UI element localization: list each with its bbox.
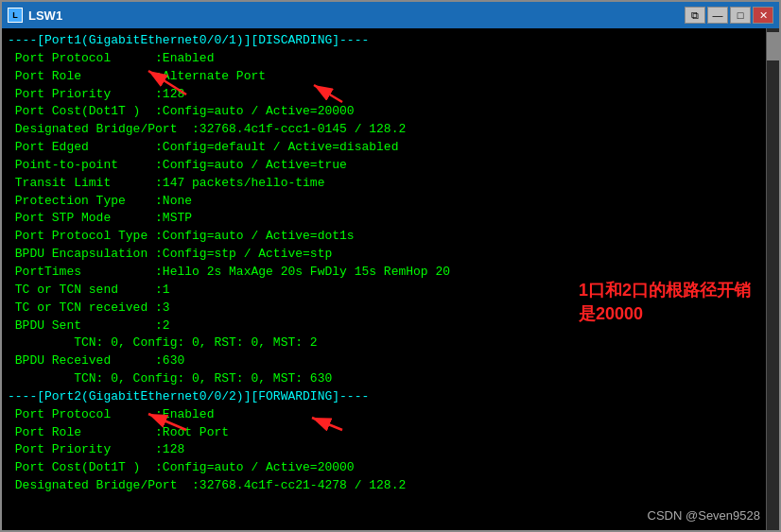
- terminal-line: Port Edged :Config=default / Active=disa…: [8, 139, 773, 157]
- terminal-line: Port Protocol :Enabled: [8, 50, 773, 68]
- window-icon: L: [8, 8, 23, 23]
- annotation-chinese-text: 1口和2口的根路径开销 是20000: [579, 279, 751, 326]
- terminal-line: Port Role :Alternate Port: [8, 68, 773, 86]
- terminal-line: Port Cost(Dot1T ) :Config=auto / Active=…: [8, 103, 773, 121]
- terminal-line: Protection Type :None: [8, 193, 773, 211]
- titlebar-left: L LSW1: [8, 8, 62, 23]
- terminal-area[interactable]: ----[Port1(GigabitEthernet0/0/1)][DISCAR…: [2, 28, 779, 530]
- csdn-watermark: CSDN @Seven9528: [648, 508, 760, 523]
- main-window: L LSW1 ⧉ — □ ✕ ----[Port1(GigabitEtherne…: [0, 0, 781, 532]
- terminal-line: Port Priority :128: [8, 441, 773, 459]
- terminal-line: BPDU Received :630: [8, 352, 773, 370]
- terminal-line: BPDU Encapsulation :Config=stp / Active=…: [8, 246, 773, 264]
- terminal-line: Port Role :Root Port: [8, 424, 773, 442]
- terminal-line: Designated Bridge/Port :32768.4c1f-cc21-…: [8, 477, 773, 495]
- terminal-line: Designated Bridge/Port :32768.4c1f-ccc1-…: [8, 121, 773, 139]
- scrollbar-thumb[interactable]: [767, 32, 779, 60]
- terminal-line: Port Priority :128: [8, 86, 773, 104]
- extra-btn[interactable]: ⧉: [685, 7, 705, 24]
- close-btn[interactable]: ✕: [753, 7, 773, 24]
- minimize-btn[interactable]: —: [707, 7, 728, 24]
- terminal-line: Port Protocol Type :Config=auto / Active…: [8, 228, 773, 246]
- titlebar: L LSW1 ⧉ — □ ✕: [2, 2, 779, 28]
- terminal-line: TCN: 0, Config: 0, RST: 0, MST: 2: [8, 335, 773, 352]
- terminal-line: Port Protocol :Enabled: [8, 406, 773, 424]
- terminal-line: Point-to-point :Config=auto / Active=tru…: [8, 157, 773, 175]
- titlebar-controls: ⧉ — □ ✕: [685, 7, 773, 24]
- scrollbar[interactable]: [766, 28, 779, 530]
- terminal-output: ----[Port1(GigabitEthernet0/0/1)][DISCAR…: [8, 32, 773, 495]
- terminal-line: Port Cost(Dot1T ) :Config=auto / Active=…: [8, 459, 773, 477]
- terminal-line: Port STP Mode :MSTP: [8, 210, 773, 228]
- restore-btn[interactable]: □: [730, 7, 751, 24]
- window-title: LSW1: [28, 9, 62, 23]
- terminal-line: ----[Port2(GigabitEthernet0/0/2)][FORWAR…: [8, 388, 773, 406]
- terminal-line: ----[Port1(GigabitEthernet0/0/1)][DISCAR…: [8, 32, 773, 50]
- terminal-line: TCN: 0, Config: 0, RST: 0, MST: 630: [8, 370, 773, 388]
- terminal-line: Transit Limit :147 packets/hello-time: [8, 175, 773, 193]
